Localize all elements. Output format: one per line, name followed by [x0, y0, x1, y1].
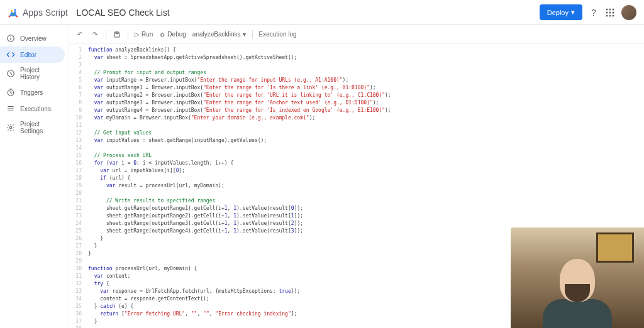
- execution-log-button[interactable]: Execution log: [259, 31, 297, 38]
- save-icon[interactable]: [113, 30, 121, 39]
- sidebar-item-label: Overview: [20, 35, 47, 42]
- list-icon: [6, 104, 15, 113]
- bug-icon: [159, 31, 165, 38]
- gear-icon: [6, 123, 15, 132]
- line-gutter: 1 2 3 4 5 6 7 8 9 10 11 12 13 14 15 16 1…: [69, 44, 86, 328]
- sidebar-item-label: Executions: [20, 106, 51, 112]
- toolbar: ↶ ↷ ▷ Run Debug analyzeBacklinks ▾ Execu…: [69, 25, 644, 44]
- svg-point-9: [609, 11, 611, 13]
- svg-point-21: [161, 33, 164, 36]
- sidebar-item-overview[interactable]: Overview: [0, 30, 65, 46]
- header-right: Deploy▾ ?: [540, 4, 636, 20]
- separator: [106, 30, 106, 39]
- help-icon[interactable]: ?: [589, 8, 599, 18]
- run-button[interactable]: ▷ Run: [135, 31, 153, 38]
- code-icon: [6, 50, 15, 59]
- svg-point-5: [606, 8, 608, 10]
- sidebar-item-editor[interactable]: Editor: [0, 46, 65, 63]
- sidebar-item-label: Project History: [20, 67, 58, 80]
- product-name: Apps Script: [23, 8, 68, 18]
- sidebar-item-executions[interactable]: Executions: [0, 101, 65, 117]
- debug-button[interactable]: Debug: [159, 31, 186, 38]
- redo-icon[interactable]: ↷: [91, 30, 99, 39]
- separator: [252, 30, 253, 39]
- svg-point-1: [11, 9, 13, 11]
- sidebar-item-label: Project Settings: [20, 121, 58, 134]
- sidebar: Overview Editor Project History Triggers…: [0, 25, 69, 328]
- person: [540, 253, 615, 328]
- svg-point-12: [609, 14, 611, 16]
- logo: Apps Script: [8, 7, 77, 18]
- svg-point-11: [606, 14, 608, 16]
- info-icon: [6, 34, 15, 43]
- chevron-down-icon: ▾: [571, 8, 575, 16]
- svg-point-19: [9, 126, 12, 129]
- apps-script-icon: [8, 7, 19, 18]
- sidebar-item-label: Editor: [20, 52, 36, 58]
- project-name[interactable]: LOCAL SEO Check List: [77, 8, 170, 18]
- svg-point-7: [613, 8, 614, 10]
- sidebar-item-settings[interactable]: Project Settings: [0, 117, 65, 138]
- webcam-overlay: [511, 227, 644, 328]
- svg-rect-20: [116, 32, 118, 34]
- svg-point-4: [16, 15, 18, 17]
- svg-point-10: [613, 11, 614, 13]
- svg-rect-16: [10, 38, 11, 40]
- undo-icon[interactable]: ↶: [75, 30, 84, 39]
- apps-grid-icon[interactable]: [605, 8, 615, 18]
- sidebar-item-label: Triggers: [20, 89, 43, 96]
- svg-point-6: [609, 8, 611, 10]
- svg-point-8: [606, 11, 608, 13]
- history-icon: [6, 69, 15, 78]
- function-select[interactable]: analyzeBacklinks ▾: [192, 31, 246, 38]
- svg-point-13: [613, 14, 614, 16]
- app-header: Apps Script LOCAL SEO Check List Deploy▾…: [0, 0, 644, 25]
- avatar[interactable]: [621, 5, 636, 20]
- deploy-button[interactable]: Deploy▾: [540, 4, 582, 20]
- svg-point-15: [10, 36, 11, 37]
- svg-point-0: [9, 15, 11, 17]
- svg-point-2: [13, 13, 14, 14]
- separator: [128, 30, 128, 39]
- clock-icon: [6, 88, 15, 97]
- svg-point-3: [14, 9, 16, 11]
- sidebar-item-triggers[interactable]: Triggers: [0, 84, 65, 101]
- sidebar-item-history[interactable]: Project History: [0, 63, 65, 84]
